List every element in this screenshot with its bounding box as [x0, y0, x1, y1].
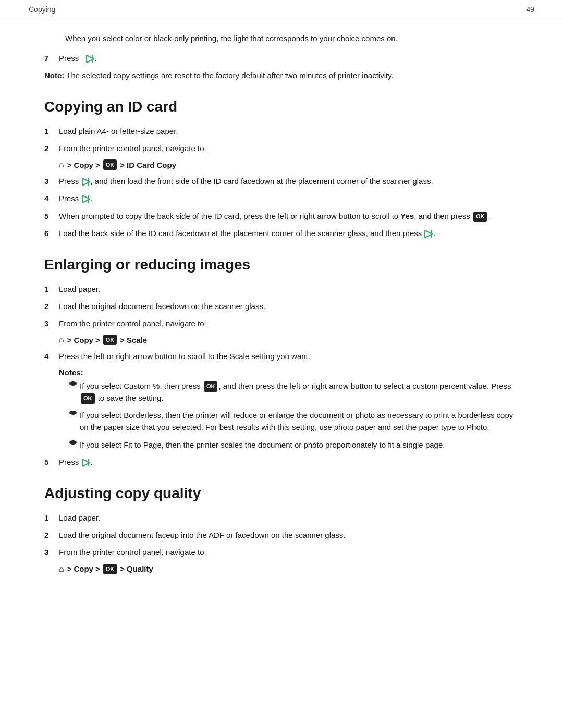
step-content: Load paper.: [59, 283, 519, 295]
section1-step6: 6 Load the back side of the ID card face…: [44, 227, 519, 239]
section1-step2: 2 From the printer control panel, naviga…: [44, 142, 519, 154]
step-num: 5: [44, 456, 59, 468]
nav-arrow: >: [67, 336, 72, 344]
ok-badge: OK: [103, 564, 117, 574]
step-7-content: Press .: [59, 52, 519, 64]
step-num: 2: [44, 300, 59, 312]
step-content: Load the back side of the ID card facedo…: [59, 227, 519, 239]
step-num: 3: [44, 175, 59, 187]
section2-step5: 5 Press .: [44, 456, 519, 468]
step-content: From the printer control panel, navigate…: [59, 317, 519, 329]
section3-step2: 2 Load the original document faceup into…: [44, 529, 519, 541]
notes-label: Notes:: [59, 368, 83, 377]
ok-badge: OK: [81, 393, 95, 404]
step-content: From the printer control panel, navigate…: [59, 142, 519, 154]
nav-arrow: >: [67, 564, 72, 573]
step-7: 7 Press .: [44, 52, 519, 64]
section2-step1: 1 Load paper.: [44, 283, 519, 295]
section2-nav-path: ⌂ > Copy > OK > Scale: [59, 335, 519, 345]
page-content: When you select color or black-only prin…: [0, 33, 563, 600]
step-num: 5: [44, 210, 59, 222]
note-item-text: If you select Custom %, then press OK, a…: [80, 380, 519, 404]
note-item-text: If you select Borderless, then the print…: [80, 409, 519, 434]
note-block: Note: The selected copy settings are res…: [44, 69, 519, 81]
note-item-text: If you select Fit to Page, then the prin…: [80, 439, 445, 451]
note-label: Note:: [44, 71, 64, 80]
ok-badge: OK: [103, 335, 117, 345]
step-content: From the printer control panel, navigate…: [59, 546, 519, 558]
step-content: Press the left or right arrow button to …: [59, 350, 519, 362]
intro-text: When you select color or black-only prin…: [65, 33, 519, 45]
section2-step2: 2 Load the original document facedown on…: [44, 300, 519, 312]
section1-step5: 5 When prompted to copy the back side of…: [44, 210, 519, 222]
nav-arrow3: >: [120, 564, 125, 573]
header-page-number: 49: [526, 5, 534, 14]
home-icon: ⌂: [59, 564, 64, 574]
step-num: 1: [44, 125, 59, 137]
step-num: 6: [44, 227, 59, 239]
section2-step4: 4 Press the left or right arrow button t…: [44, 350, 519, 362]
nav-arrow2: >: [95, 564, 100, 573]
section3-nav-path: ⌂ > Copy > OK > Quality: [59, 564, 519, 574]
start-icon: [81, 177, 91, 187]
section1-nav-path: ⌂ > Copy > OK > ID Card Copy: [59, 159, 519, 170]
nav-arrow: >: [67, 161, 72, 169]
list-item: If you select Fit to Page, then the prin…: [69, 439, 519, 451]
step-num: 1: [44, 512, 59, 524]
nav-copy: Copy: [74, 161, 93, 169]
step-num: 3: [44, 317, 59, 329]
nav-arrow2: >: [95, 336, 100, 344]
step-content: Load plain A4- or letter-size paper.: [59, 125, 519, 137]
bold-yes: Yes: [400, 212, 414, 220]
start-icon: [81, 458, 91, 467]
home-icon: ⌂: [59, 160, 64, 169]
nav-arrow3: >: [120, 336, 125, 344]
step-num: 2: [44, 529, 59, 541]
step-num: 3: [44, 546, 59, 558]
step-num: 4: [44, 192, 59, 204]
nav-arrow2: >: [95, 161, 100, 169]
page-header: Copying 49: [0, 0, 563, 18]
ok-badge: OK: [473, 212, 487, 222]
bullet-icon: [69, 381, 77, 386]
section1-step4: 4 Press .: [44, 192, 519, 204]
ok-badge: OK: [204, 381, 218, 392]
start-icon: [85, 54, 95, 64]
header-title: Copying: [29, 5, 55, 14]
step-7-number: 7: [44, 52, 59, 64]
nav-copy: Copy: [74, 564, 93, 573]
bullet-icon: [69, 411, 77, 415]
step-num: 2: [44, 142, 59, 154]
start-icon: [81, 194, 91, 204]
section2-heading: Enlarging or reducing images: [44, 256, 519, 274]
section3-step3: 3 From the printer control panel, naviga…: [44, 546, 519, 558]
section3-step1: 1 Load paper.: [44, 512, 519, 524]
step-num: 4: [44, 350, 59, 362]
nav-arrow3: >: [120, 161, 125, 169]
nav-item: ID Card Copy: [127, 161, 176, 169]
step-content: Load paper.: [59, 512, 519, 524]
section1-step3: 3 Press , and then load the front side o…: [44, 175, 519, 187]
step-content: Load the original document facedown on t…: [59, 300, 519, 312]
notes-label-container: Notes:: [59, 368, 519, 377]
list-item: If you select Custom %, then press OK, a…: [69, 380, 519, 404]
step-num: 1: [44, 283, 59, 295]
section3-heading: Adjusting copy quality: [44, 485, 519, 502]
step-content: Press , and then load the front side of …: [59, 175, 519, 187]
page: Copying 49 When you select color or blac…: [0, 0, 563, 728]
list-item: If you select Borderless, then the print…: [69, 409, 519, 434]
step-content: Press .: [59, 192, 519, 204]
section2-step3: 3 From the printer control panel, naviga…: [44, 317, 519, 329]
step-content: When prompted to copy the back side of t…: [59, 210, 519, 222]
nav-copy: Copy: [74, 336, 93, 344]
note-text: The selected copy settings are reset to …: [66, 71, 394, 80]
section2-notes-list: If you select Custom %, then press OK, a…: [59, 380, 519, 451]
step-content: Load the original document faceup into t…: [59, 529, 519, 541]
bullet-icon: [69, 440, 77, 445]
section1-step1: 1 Load plain A4- or letter-size paper.: [44, 125, 519, 137]
home-icon: ⌂: [59, 335, 64, 344]
nav-item: Quality: [127, 564, 153, 573]
ok-badge: OK: [103, 159, 117, 170]
step-content: Press .: [59, 456, 519, 468]
start-icon: [424, 229, 433, 239]
